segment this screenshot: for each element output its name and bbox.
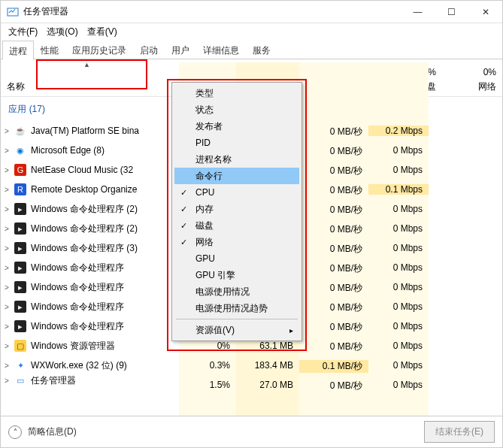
maximize-button[interactable]: ☐ <box>435 1 468 23</box>
context-menu-item[interactable]: 电源使用情况 <box>174 283 299 300</box>
expand-icon[interactable]: > <box>1 303 13 311</box>
process-name: Windows 命令处理程序 <box>31 262 174 274</box>
explorer-icon: ▢ <box>14 340 26 352</box>
disk-value: 0.1 MB/秒 <box>299 360 368 373</box>
footer: ˄ 简略信息(D) 结束任务(E) <box>1 416 502 447</box>
disk-value: 0 MB/秒 <box>299 282 368 295</box>
network-value: 0 Mbps <box>368 262 429 273</box>
expand-icon[interactable]: > <box>1 225 13 233</box>
cmd-icon: ▸ <box>14 203 26 215</box>
network-value: 0 Mbps <box>368 301 429 312</box>
context-menu-item[interactable]: 内存 <box>174 201 299 217</box>
cpu-value: 1.5% <box>179 380 236 390</box>
context-menu-item[interactable]: 资源值(V) <box>174 322 299 338</box>
collapse-icon[interactable]: ˄ <box>8 425 22 439</box>
fewer-details-link[interactable]: 简略信息(D) <box>28 425 77 438</box>
disk-value: 0 MB/秒 <box>299 341 368 353</box>
context-menu-item[interactable]: CPU <box>174 184 299 201</box>
expand-icon[interactable]: > <box>1 127 13 135</box>
network-value: 0 Mbps <box>368 341 429 351</box>
expand-icon[interactable]: > <box>1 166 13 174</box>
disk-value: 0 MB/秒 <box>299 380 368 392</box>
memory-value: 27.0 MB <box>236 380 299 390</box>
process-name: Windows 命令处理程序 <box>31 301 174 313</box>
tab-0[interactable]: 进程 <box>2 41 34 59</box>
java-icon: ☕ <box>14 125 26 137</box>
expand-icon[interactable]: > <box>1 377 13 385</box>
process-name: WXWork.exe (32 位) (9) <box>31 359 174 372</box>
process-name: Windows 命令处理程序 (2) <box>31 222 174 235</box>
wxwork-icon: ✦ <box>14 359 26 371</box>
process-name: Java(TM) Platform SE bina <box>31 126 174 136</box>
disk-value: 0 MB/秒 <box>299 223 368 236</box>
window-title: 任务管理器 <box>23 5 68 18</box>
context-menu-item[interactable]: 磁盘 <box>174 217 299 234</box>
tab-2[interactable]: 应用历史记录 <box>65 40 133 59</box>
expand-icon[interactable]: > <box>1 322 13 331</box>
expand-icon[interactable]: > <box>1 186 13 194</box>
context-menu-item[interactable]: 网络 <box>174 234 299 250</box>
disk-value: 0 MB/秒 <box>299 262 368 275</box>
context-menu-item[interactable]: 进程名称 <box>174 151 299 168</box>
menu-view[interactable]: 查看(V) <box>84 24 120 40</box>
edge-icon: ◉ <box>14 144 26 156</box>
context-menu-item[interactable]: 状态 <box>174 101 299 118</box>
menu-separator <box>176 319 298 319</box>
disk-value: 0 MB/秒 <box>299 321 368 334</box>
process-name: Microsoft Edge (8) <box>31 145 174 156</box>
expand-icon[interactable]: > <box>1 205 13 213</box>
expand-icon[interactable]: > <box>1 264 13 272</box>
tab-4[interactable]: 用户 <box>165 40 196 59</box>
tab-1[interactable]: 性能 <box>34 40 65 59</box>
menubar: 文件(F) 选项(O) 查看(V) <box>1 23 502 40</box>
disk-value: 0 MB/秒 <box>299 301 368 314</box>
tab-3[interactable]: 启动 <box>133 40 165 59</box>
minimize-button[interactable]: — <box>401 1 435 23</box>
rdo-icon: R <box>14 183 26 195</box>
close-button[interactable]: ✕ <box>468 1 502 23</box>
menu-file[interactable]: 文件(F) <box>5 24 41 40</box>
expand-icon[interactable]: > <box>1 147 13 155</box>
context-menu-item[interactable]: 发布者 <box>174 118 299 135</box>
menu-options[interactable]: 选项(O) <box>44 24 80 40</box>
cmd-icon: ▸ <box>14 222 26 235</box>
app-icon <box>7 6 19 18</box>
tab-6[interactable]: 服务 <box>246 40 277 59</box>
context-menu-item[interactable]: 电源使用情况趋势 <box>174 300 299 316</box>
context-menu-item[interactable]: 类型 <box>174 85 299 101</box>
network-value: 0 Mbps <box>368 223 429 234</box>
process-name: 任务管理器 <box>31 375 174 386</box>
network-value: 0 Mbps <box>368 204 429 214</box>
network-value: 0 Mbps <box>368 321 429 331</box>
context-menu-item[interactable]: GPU <box>174 250 299 267</box>
process-name: Windows 命令处理程序 (3) <box>31 242 174 255</box>
sort-arrow-icon: ▲ <box>83 61 90 68</box>
network-value: 0 Mbps <box>368 380 429 390</box>
process-name: NetEase Cloud Music (32 <box>31 165 174 175</box>
process-name: Remote Desktop Organize <box>31 184 174 195</box>
context-menu-item[interactable]: 命令行 <box>174 168 299 184</box>
process-name: Windows 命令处理程序 <box>31 281 174 294</box>
cmd-icon: ▸ <box>14 262 26 274</box>
context-menu-item[interactable]: GPU 引擎 <box>174 267 299 283</box>
process-name: Windows 命令处理程序 <box>31 320 174 333</box>
network-value: 0 Mbps <box>368 282 429 292</box>
network-value: 0 Mbps <box>368 145 429 156</box>
end-task-button[interactable]: 结束任务(E) <box>424 421 495 443</box>
cpu-value: 0% <box>179 341 236 351</box>
memory-value: 183.4 MB <box>236 360 299 371</box>
expand-icon[interactable]: > <box>1 244 13 253</box>
network-value: 0.2 Mbps <box>368 126 429 136</box>
expand-icon[interactable]: > <box>1 283 13 292</box>
expand-icon[interactable]: > <box>1 342 13 350</box>
expand-icon[interactable]: > <box>1 362 13 370</box>
context-menu-item[interactable]: PID <box>174 135 299 151</box>
cpu-value: 0.3% <box>179 360 236 371</box>
disk-value: 0 MB/秒 <box>299 204 368 216</box>
disk-value: 0 MB/秒 <box>299 184 368 197</box>
header-name[interactable]: 名称 ▲ <box>1 59 179 96</box>
cmd-icon: ▸ <box>14 301 26 313</box>
process-name: Windows 命令处理程序 (2) <box>31 203 174 216</box>
tab-5[interactable]: 详细信息 <box>196 40 246 59</box>
tm-icon: ▭ <box>14 375 26 386</box>
